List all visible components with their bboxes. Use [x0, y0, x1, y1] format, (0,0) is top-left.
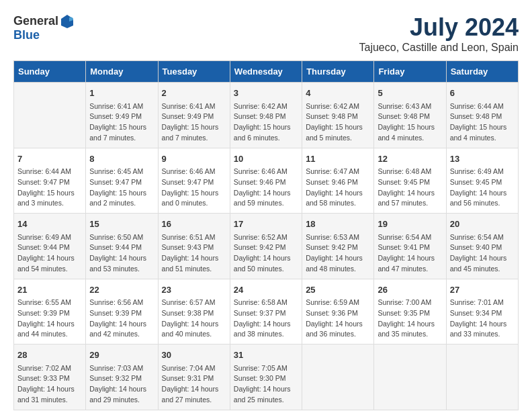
- day-number: 17: [234, 218, 298, 231]
- calendar-cell: 25Sunrise: 6:59 AM Sunset: 9:36 PM Dayli…: [302, 279, 374, 345]
- day-number: 7: [17, 152, 82, 166]
- day-info: Sunrise: 6:54 AM Sunset: 9:41 PM Dayligh…: [378, 232, 442, 275]
- logo-general: General: [13, 14, 58, 28]
- calendar-body: 1Sunrise: 6:41 AM Sunset: 9:49 PM Daylig…: [14, 83, 519, 410]
- calendar-cell: 2Sunrise: 6:41 AM Sunset: 9:49 PM Daylig…: [158, 83, 230, 148]
- calendar-cell: 8Sunrise: 6:45 AM Sunset: 9:47 PM Daylig…: [86, 148, 158, 214]
- logo: General Blue: [13, 13, 75, 42]
- day-number: 8: [89, 152, 154, 166]
- calendar-table: SundayMondayTuesdayWednesdayThursdayFrid…: [13, 60, 519, 410]
- calendar-cell: 16Sunrise: 6:51 AM Sunset: 9:43 PM Dayli…: [158, 214, 230, 279]
- header-day-monday: Monday: [86, 61, 158, 83]
- calendar-cell: 29Sunrise: 7:03 AM Sunset: 9:32 PM Dayli…: [86, 345, 158, 410]
- day-info: Sunrise: 6:53 AM Sunset: 9:42 PM Dayligh…: [306, 232, 370, 275]
- day-number: 28: [17, 349, 82, 362]
- calendar-cell: 15Sunrise: 6:50 AM Sunset: 9:44 PM Dayli…: [86, 214, 158, 279]
- calendar-cell: 18Sunrise: 6:53 AM Sunset: 9:42 PM Dayli…: [302, 214, 374, 279]
- day-number: 23: [162, 283, 226, 297]
- calendar-cell: 5Sunrise: 6:43 AM Sunset: 9:48 PM Daylig…: [374, 83, 446, 148]
- calendar-cell: 30Sunrise: 7:04 AM Sunset: 9:31 PM Dayli…: [158, 345, 230, 410]
- calendar-cell: 21Sunrise: 6:55 AM Sunset: 9:39 PM Dayli…: [14, 279, 86, 345]
- day-number: 10: [234, 152, 298, 166]
- day-info: Sunrise: 6:54 AM Sunset: 9:40 PM Dayligh…: [450, 232, 515, 275]
- calendar-cell: [302, 345, 374, 410]
- calendar-week-row: 28Sunrise: 7:02 AM Sunset: 9:33 PM Dayli…: [14, 345, 519, 410]
- header-day-tuesday: Tuesday: [158, 61, 230, 83]
- calendar-cell: 13Sunrise: 6:49 AM Sunset: 9:45 PM Dayli…: [446, 148, 518, 214]
- header-day-saturday: Saturday: [446, 61, 518, 83]
- header-day-sunday: Sunday: [14, 61, 86, 83]
- calendar-cell: 10Sunrise: 6:46 AM Sunset: 9:46 PM Dayli…: [230, 148, 302, 214]
- day-info: Sunrise: 6:46 AM Sunset: 9:46 PM Dayligh…: [234, 167, 298, 209]
- day-number: 5: [378, 87, 442, 100]
- calendar-week-row: 1Sunrise: 6:41 AM Sunset: 9:49 PM Daylig…: [14, 83, 519, 148]
- calendar-cell: 20Sunrise: 6:54 AM Sunset: 9:40 PM Dayli…: [446, 214, 518, 279]
- calendar-cell: 26Sunrise: 7:00 AM Sunset: 9:35 PM Dayli…: [374, 279, 446, 345]
- calendar-cell: 19Sunrise: 6:54 AM Sunset: 9:41 PM Dayli…: [374, 214, 446, 279]
- day-number: 22: [89, 283, 154, 297]
- day-info: Sunrise: 6:49 AM Sunset: 9:44 PM Dayligh…: [17, 232, 82, 275]
- calendar-cell: 12Sunrise: 6:48 AM Sunset: 9:45 PM Dayli…: [374, 148, 446, 214]
- day-number: 24: [234, 283, 298, 297]
- day-info: Sunrise: 6:43 AM Sunset: 9:48 PM Dayligh…: [378, 101, 442, 144]
- day-number: 19: [378, 218, 442, 231]
- calendar-cell: 7Sunrise: 6:44 AM Sunset: 9:47 PM Daylig…: [14, 148, 86, 214]
- day-info: Sunrise: 6:46 AM Sunset: 9:47 PM Dayligh…: [162, 167, 226, 209]
- day-info: Sunrise: 7:03 AM Sunset: 9:32 PM Dayligh…: [89, 363, 154, 406]
- day-info: Sunrise: 6:45 AM Sunset: 9:47 PM Dayligh…: [89, 167, 154, 209]
- day-info: Sunrise: 6:50 AM Sunset: 9:44 PM Dayligh…: [89, 232, 154, 275]
- day-info: Sunrise: 6:58 AM Sunset: 9:37 PM Dayligh…: [234, 298, 298, 340]
- main-title: July 2024: [359, 13, 519, 42]
- day-info: Sunrise: 7:00 AM Sunset: 9:35 PM Dayligh…: [378, 298, 442, 340]
- day-number: 2: [162, 87, 226, 100]
- calendar-cell: 4Sunrise: 6:42 AM Sunset: 9:48 PM Daylig…: [302, 83, 374, 148]
- day-info: Sunrise: 6:41 AM Sunset: 9:49 PM Dayligh…: [89, 101, 154, 144]
- calendar-cell: 6Sunrise: 6:44 AM Sunset: 9:48 PM Daylig…: [446, 83, 518, 148]
- day-info: Sunrise: 7:05 AM Sunset: 9:30 PM Dayligh…: [234, 363, 298, 406]
- day-number: 12: [378, 152, 442, 166]
- day-number: 27: [450, 283, 515, 297]
- day-info: Sunrise: 6:49 AM Sunset: 9:45 PM Dayligh…: [450, 167, 515, 209]
- day-number: 9: [162, 152, 226, 166]
- calendar-cell: 31Sunrise: 7:05 AM Sunset: 9:30 PM Dayli…: [230, 345, 302, 410]
- day-info: Sunrise: 6:55 AM Sunset: 9:39 PM Dayligh…: [17, 298, 82, 340]
- logo-icon: [60, 13, 75, 28]
- title-area: July 2024 Tajueco, Castille and Leon, Sp…: [359, 13, 519, 54]
- day-number: 31: [234, 349, 298, 362]
- day-number: 21: [17, 283, 82, 297]
- day-info: Sunrise: 6:51 AM Sunset: 9:43 PM Dayligh…: [162, 232, 226, 275]
- day-info: Sunrise: 6:42 AM Sunset: 9:48 PM Dayligh…: [234, 101, 298, 144]
- day-info: Sunrise: 6:47 AM Sunset: 9:46 PM Dayligh…: [306, 167, 370, 209]
- day-info: Sunrise: 6:59 AM Sunset: 9:36 PM Dayligh…: [306, 298, 370, 340]
- calendar-cell: 11Sunrise: 6:47 AM Sunset: 9:46 PM Dayli…: [302, 148, 374, 214]
- calendar-week-row: 7Sunrise: 6:44 AM Sunset: 9:47 PM Daylig…: [14, 148, 519, 214]
- day-info: Sunrise: 6:42 AM Sunset: 9:48 PM Dayligh…: [306, 101, 370, 144]
- header-day-wednesday: Wednesday: [230, 61, 302, 83]
- calendar-cell: [446, 345, 518, 410]
- day-info: Sunrise: 7:01 AM Sunset: 9:34 PM Dayligh…: [450, 298, 515, 340]
- header-row: SundayMondayTuesdayWednesdayThursdayFrid…: [14, 61, 519, 83]
- calendar-cell: 3Sunrise: 6:42 AM Sunset: 9:48 PM Daylig…: [230, 83, 302, 148]
- day-number: 26: [378, 283, 442, 297]
- calendar-cell: [14, 83, 86, 148]
- calendar-cell: 14Sunrise: 6:49 AM Sunset: 9:44 PM Dayli…: [14, 214, 86, 279]
- calendar-cell: 17Sunrise: 6:52 AM Sunset: 9:42 PM Dayli…: [230, 214, 302, 279]
- calendar-cell: 22Sunrise: 6:56 AM Sunset: 9:39 PM Dayli…: [86, 279, 158, 345]
- calendar-week-row: 14Sunrise: 6:49 AM Sunset: 9:44 PM Dayli…: [14, 214, 519, 279]
- day-info: Sunrise: 7:04 AM Sunset: 9:31 PM Dayligh…: [162, 363, 226, 406]
- page-header: General Blue July 2024 Tajueco, Castille…: [13, 13, 519, 54]
- calendar-cell: 23Sunrise: 6:57 AM Sunset: 9:38 PM Dayli…: [158, 279, 230, 345]
- day-info: Sunrise: 6:57 AM Sunset: 9:38 PM Dayligh…: [162, 298, 226, 340]
- day-number: 13: [450, 152, 515, 166]
- day-number: 1: [89, 87, 154, 100]
- day-number: 3: [234, 87, 298, 100]
- calendar-week-row: 21Sunrise: 6:55 AM Sunset: 9:39 PM Dayli…: [14, 279, 519, 345]
- calendar-cell: 24Sunrise: 6:58 AM Sunset: 9:37 PM Dayli…: [230, 279, 302, 345]
- day-number: 20: [450, 218, 515, 231]
- day-number: 30: [162, 349, 226, 362]
- calendar-cell: 9Sunrise: 6:46 AM Sunset: 9:47 PM Daylig…: [158, 148, 230, 214]
- day-number: 15: [89, 218, 154, 231]
- calendar-cell: 28Sunrise: 7:02 AM Sunset: 9:33 PM Dayli…: [14, 345, 86, 410]
- day-number: 11: [306, 152, 370, 166]
- logo-blue: Blue: [13, 28, 40, 42]
